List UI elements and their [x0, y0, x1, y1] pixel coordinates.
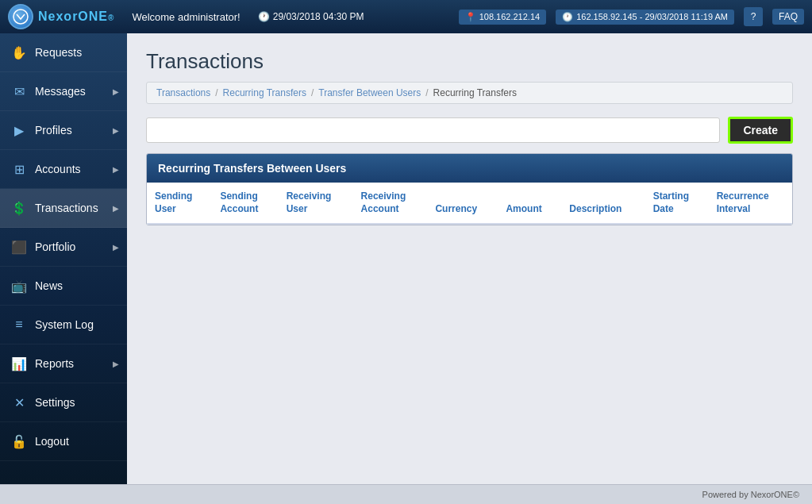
col-header-sending_user: Sending User — [147, 183, 212, 224]
data-table: Sending UserSending AccountReceiving Use… — [147, 183, 792, 225]
sidebar-label-accounts: Accounts — [35, 163, 81, 175]
system-log-icon: ≡ — [11, 317, 27, 333]
breadcrumb-item-3: Recurring Transfers — [433, 87, 517, 98]
breadcrumb-separator: / — [311, 87, 314, 98]
col-header-currency: Currency — [427, 183, 498, 224]
header-ip: 📍 108.162.212.14 — [459, 10, 546, 25]
table-title: Recurring Transfers Between Users — [147, 154, 792, 183]
news-icon: 📺 — [11, 278, 27, 294]
sidebar-item-system-log[interactable]: ≡System Log — [0, 306, 127, 344]
header: NexorONE® Welcome administrator! 🕐 29/03… — [0, 0, 812, 33]
reports-arrow-icon: ▶ — [113, 360, 119, 368]
sidebar-label-portfolio: Portfolio — [35, 240, 75, 253]
sidebar-item-news[interactable]: 📺News — [0, 267, 127, 306]
col-header-recurrence_interval: Recurrence Interval — [709, 183, 792, 224]
session-clock-icon: 🕐 — [562, 12, 573, 22]
transactions-icon: 💲 — [11, 200, 27, 216]
footer-text: Powered by NexorONE© — [702, 490, 799, 499]
sidebar-item-requests[interactable]: ✋Requests — [0, 33, 127, 72]
col-header-receiving_account: Receiving Account — [353, 183, 428, 224]
location-icon: 📍 — [465, 12, 476, 22]
col-header-receiving_user: Receiving User — [279, 183, 353, 224]
portfolio-arrow-icon: ▶ — [113, 243, 119, 252]
sidebar-label-reports: Reports — [35, 357, 74, 370]
sidebar-label-logout: Logout — [35, 435, 69, 448]
table-head: Sending UserSending AccountReceiving Use… — [147, 183, 792, 224]
breadcrumb-separator: / — [425, 87, 428, 98]
logout-icon: 🔓 — [11, 433, 27, 449]
help-button[interactable]: ? — [744, 7, 763, 26]
sidebar-label-transactions: Transactions — [35, 202, 98, 214]
breadcrumb-item-2[interactable]: Transfer Between Users — [318, 87, 421, 98]
main-layout: ✋Requests✉Messages▶▶Profiles▶⊞Accounts▶💲… — [0, 33, 812, 484]
footer: Powered by NexorONE© — [0, 484, 812, 504]
search-input[interactable] — [146, 117, 720, 143]
breadcrumb-item-0[interactable]: Transactions — [156, 87, 210, 98]
sidebar-item-settings[interactable]: ✕Settings — [0, 383, 127, 422]
breadcrumb-separator: / — [215, 87, 217, 98]
table-header-row: Sending UserSending AccountReceiving Use… — [147, 183, 792, 224]
sidebar-item-logout[interactable]: 🔓Logout — [0, 422, 127, 461]
sidebar-label-news: News — [35, 279, 63, 292]
portfolio-icon: ⬛ — [11, 239, 27, 255]
sidebar-item-profiles[interactable]: ▶Profiles▶ — [0, 111, 127, 150]
reports-icon: 📊 — [11, 356, 27, 371]
settings-icon: ✕ — [11, 394, 27, 410]
messages-arrow-icon: ▶ — [113, 87, 119, 96]
accounts-icon: ⊞ — [11, 161, 27, 177]
welcome-text: Welcome administrator! — [132, 11, 240, 23]
sidebar-item-transactions[interactable]: 💲Transactions▶ — [0, 189, 127, 228]
table-container: Recurring Transfers Between Users Sendin… — [146, 153, 793, 225]
sidebar-item-messages[interactable]: ✉Messages▶ — [0, 72, 127, 111]
col-header-starting_date: Starting Date — [645, 183, 709, 224]
sidebar-label-system-log: System Log — [35, 318, 94, 331]
breadcrumb-item-1[interactable]: Recurring Transfers — [223, 87, 306, 98]
transactions-arrow-icon: ▶ — [113, 204, 119, 213]
main-content: Transactions Transactions/Recurring Tran… — [127, 33, 812, 484]
sidebar-label-profiles: Profiles — [35, 124, 72, 137]
requests-icon: ✋ — [11, 44, 27, 60]
logo-text: NexorONE® — [38, 10, 114, 24]
col-header-description: Description — [561, 183, 645, 224]
logo-area: NexorONE® — [8, 4, 114, 29]
clock-icon: 🕐 — [258, 11, 270, 22]
col-header-amount: Amount — [498, 183, 561, 224]
create-button[interactable]: Create — [728, 117, 793, 144]
breadcrumb: Transactions/Recurring Transfers/Transfe… — [146, 82, 793, 104]
messages-icon: ✉ — [11, 83, 27, 99]
faq-button[interactable]: FAQ — [772, 9, 804, 25]
col-header-sending_account: Sending Account — [212, 183, 278, 224]
sidebar-label-requests: Requests — [35, 46, 82, 59]
sidebar-label-settings: Settings — [35, 396, 75, 409]
svg-point-0 — [13, 10, 28, 24]
profiles-arrow-icon: ▶ — [113, 126, 119, 135]
accounts-arrow-icon: ▶ — [113, 165, 119, 174]
toolbar: Create — [146, 117, 793, 144]
sidebar-item-portfolio[interactable]: ⬛Portfolio▶ — [0, 228, 127, 267]
profiles-icon: ▶ — [11, 122, 27, 138]
sidebar-item-reports[interactable]: 📊Reports▶ — [0, 344, 127, 383]
sidebar-label-messages: Messages — [35, 85, 86, 98]
header-session: 🕐 162.158.92.145 - 29/03/2018 11:19 AM — [556, 10, 734, 25]
sidebar: ✋Requests✉Messages▶▶Profiles▶⊞Accounts▶💲… — [0, 33, 127, 484]
sidebar-item-accounts[interactable]: ⊞Accounts▶ — [0, 150, 127, 189]
logo-icon — [8, 4, 33, 29]
page-title: Transactions — [146, 49, 793, 74]
header-datetime: 🕐 29/03/2018 04:30 PM — [258, 11, 364, 22]
